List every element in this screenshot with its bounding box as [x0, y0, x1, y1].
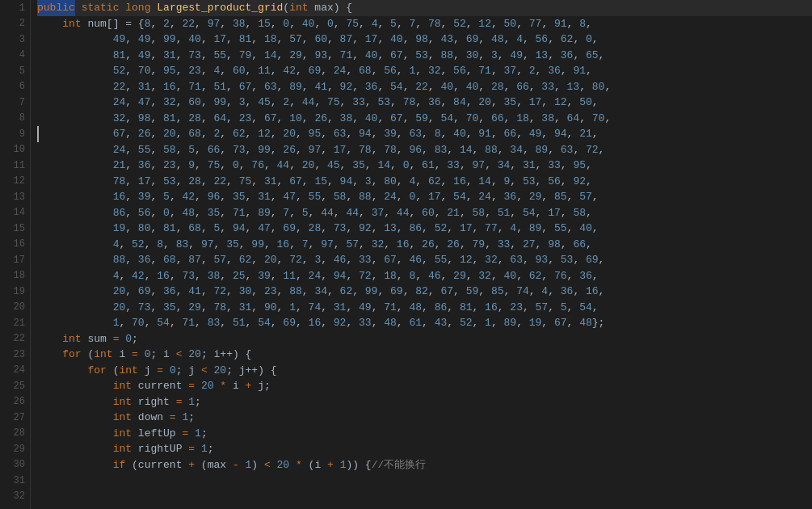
- line-num-22: 22: [14, 331, 25, 347]
- code-line-1: public static long Largest_product_grid(…: [37, 0, 812, 16]
- line-num-4: 4: [19, 48, 25, 64]
- line-num-2: 2: [19, 16, 25, 32]
- code-line-15: 19, 80, 81, 68, 5, 94, 47, 69, 28, 73, 9…: [37, 221, 812, 237]
- code-line-19: 20, 69, 36, 41, 72, 30, 23, 88, 34, 62, …: [37, 284, 812, 300]
- code-line-9: 67, 26, 20, 68, 2, 62, 12, 20, 95, 63, 9…: [37, 126, 812, 142]
- line-num-7: 7: [19, 95, 25, 111]
- code-line-14: 86, 56, 0, 48, 35, 71, 89, 7, 5, 44, 44,…: [37, 205, 812, 221]
- code-line-29: int rightUP = 1;: [37, 441, 812, 457]
- code-editor: 1 2 3 4 5 6 7 8 9 10 11 12 13 14 15 16 1…: [0, 0, 812, 509]
- line-num-26: 26: [14, 394, 25, 410]
- code-line-4: 81, 49, 31, 73, 55, 79, 14, 29, 93, 71, …: [37, 48, 812, 64]
- code-content[interactable]: public static long Largest_product_grid(…: [31, 0, 812, 509]
- line-num-17: 17: [14, 252, 25, 268]
- line-num-25: 25: [14, 378, 25, 394]
- code-line-12: 78, 17, 53, 28, 22, 75, 31, 67, 15, 94, …: [37, 174, 812, 190]
- line-num-21: 21: [14, 315, 25, 331]
- line-num-28: 28: [14, 426, 25, 442]
- code-line-11: 21, 36, 23, 9, 75, 0, 76, 44, 20, 45, 35…: [37, 158, 812, 174]
- code-line-8: 32, 98, 81, 28, 64, 23, 67, 10, 26, 38, …: [37, 111, 812, 127]
- line-num-6: 6: [19, 79, 25, 95]
- line-num-18: 18: [14, 268, 25, 284]
- line-num-15: 15: [14, 221, 25, 237]
- code-line-25: int current = 20 * i + j;: [37, 378, 812, 394]
- code-line-28: int leftUp = 1;: [37, 426, 812, 442]
- line-num-8: 8: [19, 111, 25, 127]
- code-line-20: 20, 73, 35, 29, 78, 31, 90, 1, 74, 31, 4…: [37, 300, 812, 316]
- code-line-23: for (int i = 0; i < 20; i++) {: [37, 347, 812, 363]
- line-num-23: 23: [14, 347, 25, 363]
- line-num-20: 20: [14, 300, 25, 316]
- code-line-2: int num[] = {8, 2, 22, 97, 38, 15, 0, 40…: [37, 16, 812, 32]
- code-line-21: 1, 70, 54, 71, 83, 51, 54, 69, 16, 92, 3…: [37, 315, 812, 331]
- code-line-7: 24, 47, 32, 60, 99, 3, 45, 2, 44, 75, 33…: [37, 95, 812, 111]
- code-line-16: 4, 52, 8, 83, 97, 35, 99, 16, 7, 97, 57,…: [37, 237, 812, 253]
- code-line-24: for (int j = 0; j < 20; j++) {: [37, 363, 812, 379]
- code-line-17: 88, 36, 68, 87, 57, 62, 20, 72, 3, 46, 3…: [37, 252, 812, 268]
- line-num-3: 3: [19, 32, 25, 48]
- line-num-14: 14: [14, 205, 25, 221]
- code-line-26: int right = 1;: [37, 394, 812, 410]
- code-line-3: 49, 49, 99, 40, 17, 81, 18, 57, 60, 87, …: [37, 32, 812, 48]
- line-num-5: 5: [19, 63, 25, 79]
- code-line-10: 24, 55, 58, 5, 66, 73, 99, 26, 97, 17, 7…: [37, 142, 812, 158]
- line-num-24: 24: [14, 363, 25, 379]
- code-line-13: 16, 39, 5, 42, 96, 35, 31, 47, 55, 58, 8…: [37, 189, 812, 205]
- line-num-30: 30: [14, 457, 25, 473]
- line-num-31: 31: [14, 473, 25, 489]
- line-num-32: 32: [14, 489, 25, 505]
- line-num-16: 16: [14, 237, 25, 253]
- line-num-12: 12: [14, 174, 25, 190]
- line-num-27: 27: [14, 410, 25, 426]
- line-num-11: 11: [14, 158, 25, 174]
- code-line-18: 4, 42, 16, 73, 38, 25, 39, 11, 24, 94, 7…: [37, 268, 812, 284]
- code-line-30: if (current + (max - 1) < 20 * (i + 1)) …: [37, 457, 812, 473]
- line-numbers: 1 2 3 4 5 6 7 8 9 10 11 12 13 14 15 16 1…: [0, 0, 31, 509]
- code-line-6: 22, 31, 16, 71, 51, 67, 63, 89, 41, 92, …: [37, 79, 812, 95]
- line-num-13: 13: [14, 189, 25, 205]
- code-line-27: int down = 1;: [37, 410, 812, 426]
- line-num-9: 9: [19, 126, 25, 142]
- code-line-5: 52, 70, 95, 23, 4, 60, 11, 42, 69, 24, 6…: [37, 63, 812, 79]
- code-line-22: int sum = 0;: [37, 331, 812, 347]
- line-num-19: 19: [14, 284, 25, 300]
- line-num-10: 10: [14, 142, 25, 158]
- line-num-1: 1: [19, 0, 25, 16]
- line-num-29: 29: [14, 441, 25, 457]
